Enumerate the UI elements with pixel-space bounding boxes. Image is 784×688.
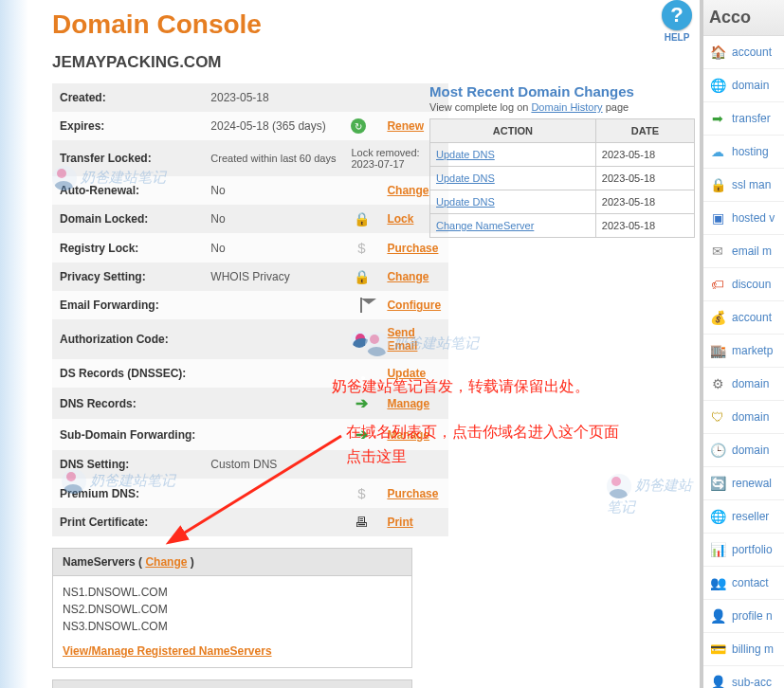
- change-action-link[interactable]: Update DNS: [436, 172, 495, 184]
- sidebar-item[interactable]: 🌐domain: [703, 69, 784, 102]
- info-value: 2023-05-18: [203, 83, 343, 112]
- recent-changes-table: ACTION DATE Update DNS2023-05-18Update D…: [429, 118, 695, 238]
- info-value: [203, 359, 343, 388]
- sidebar-item[interactable]: ▣hosted v: [703, 202, 784, 235]
- sidebar-item-label: sub-acc: [732, 676, 772, 688]
- sidebar-item[interactable]: 💳billing m: [703, 633, 784, 666]
- sidebar-item-label: domain: [732, 444, 769, 457]
- info-icon: ➔: [343, 388, 379, 419]
- info-value: No: [203, 176, 343, 205]
- info-action-link[interactable]: Renew: [387, 119, 424, 133]
- sidebar: Acco 🏠account🌐domain➡transfer☁hosting🔒ss…: [700, 0, 784, 688]
- info-value: [203, 319, 343, 359]
- sidebar-icon: 🏬: [709, 342, 726, 359]
- sidebar-item[interactable]: 🔄renewal: [703, 467, 784, 500]
- domain-name: JEMAYPACKING.COM: [52, 53, 695, 72]
- change-action-link[interactable]: Change NameServer: [436, 220, 534, 231]
- info-label: Email Forwarding:: [52, 291, 203, 319]
- domain-info-table: Created:2023-05-18Expires:2024-05-18 (36…: [52, 83, 448, 536]
- sidebar-icon: 🔄: [709, 475, 726, 492]
- info-value: No: [203, 233, 343, 263]
- sidebar-item[interactable]: 🌐reseller: [703, 500, 784, 534]
- info-row: Domain Locked:No🔒Lock: [52, 205, 448, 233]
- info-icon: [343, 83, 379, 112]
- info-icon: [343, 319, 379, 359]
- info-icon: ➔: [343, 419, 379, 450]
- sidebar-icon: 📊: [709, 541, 726, 558]
- page-title: Domain Console: [52, 9, 695, 40]
- info-action-link[interactable]: Print: [387, 516, 412, 529]
- sidebar-item[interactable]: 🏬marketp: [703, 335, 784, 368]
- info-row: Registry Lock:No$Purchase: [52, 233, 448, 263]
- sidebar-icon: 🕒: [709, 442, 726, 459]
- sidebar-icon: 👥: [709, 574, 726, 591]
- help-icon: ?: [662, 0, 692, 30]
- info-row: Created:2023-05-18: [52, 83, 448, 112]
- change-date: 2023-05-18: [595, 143, 694, 167]
- info-action-link[interactable]: Lock: [387, 212, 413, 226]
- sidebar-icon: 💳: [709, 641, 726, 658]
- sidebar-icon: ✉: [709, 243, 726, 260]
- sidebar-header: Acco: [703, 0, 784, 36]
- info-row: Print Certificate:🖶Print: [52, 508, 448, 536]
- sidebar-item[interactable]: ⚙domain: [703, 368, 784, 401]
- info-value: Created within last 60 days: [203, 140, 343, 176]
- sidebar-icon: 🏠: [709, 44, 726, 61]
- sidebar-item[interactable]: 👥contact: [703, 567, 784, 600]
- view-registered-ns-link[interactable]: View/Manage Registered NameServers: [63, 643, 402, 660]
- info-label: Authorization Code:: [52, 319, 203, 359]
- sidebar-item-label: domain: [732, 410, 769, 424]
- nameservers-panel: NameServers ( Change ) NS1.DNSOWL.COMNS2…: [52, 548, 412, 668]
- info-label: DNS Setting:: [52, 450, 203, 479]
- info-value: 2024-05-18 (365 days): [203, 112, 343, 140]
- sidebar-item[interactable]: ☁hosting: [703, 136, 784, 169]
- change-date: 2023-05-18: [595, 190, 694, 214]
- nameservers-change-link[interactable]: Change: [145, 555, 187, 569]
- recent-changes-title: Most Recent Domain Changes: [429, 83, 695, 100]
- sidebar-item[interactable]: 🔒ssl man: [703, 169, 784, 202]
- sidebar-item[interactable]: 💰account: [703, 301, 784, 335]
- nameserver-entry: NS3.DNSOWL.COM: [63, 618, 402, 635]
- domain-history-link[interactable]: Domain History: [531, 101, 602, 113]
- info-action-link[interactable]: Send Email: [387, 326, 417, 353]
- info-icon: 🔒: [343, 205, 379, 233]
- sidebar-item[interactable]: 🏠account: [703, 36, 784, 69]
- sidebar-item[interactable]: ✉email m: [703, 235, 784, 268]
- sidebar-item-label: transfer: [732, 112, 771, 125]
- domain-contacts-header: Domain Contacts ( Change ): [53, 680, 411, 688]
- info-row: Expires:2024-05-18 (365 days)↻Renew: [52, 112, 448, 140]
- sidebar-item[interactable]: 👤sub-acc: [703, 666, 784, 688]
- info-action-link[interactable]: Manage: [387, 397, 429, 410]
- help-badge[interactable]: ? HELP: [662, 0, 692, 43]
- sidebar-icon: 💰: [709, 309, 726, 326]
- info-label: Sub-Domain Forwarding:: [52, 419, 203, 450]
- sidebar-item[interactable]: ➡transfer: [703, 102, 784, 136]
- sidebar-item[interactable]: 👤profile n: [703, 600, 784, 633]
- info-icon: [343, 450, 379, 479]
- info-icon: $: [343, 233, 379, 263]
- info-action-link[interactable]: Change: [387, 184, 428, 197]
- sidebar-item-label: hosting: [732, 145, 769, 158]
- nameserver-entry: NS2.DNSOWL.COM: [63, 601, 402, 618]
- sidebar-icon: 🛡: [709, 408, 726, 425]
- left-gradient: [0, 0, 28, 688]
- table-row: Update DNS2023-05-18: [430, 167, 695, 190]
- sidebar-item-label: portfolio: [732, 543, 773, 556]
- change-date: 2023-05-18: [595, 167, 694, 190]
- info-label: Auto-Renewal:: [52, 176, 203, 205]
- sidebar-item-label: account: [732, 45, 772, 59]
- sidebar-item[interactable]: 🕒domain: [703, 434, 784, 467]
- change-action-link[interactable]: Update DNS: [436, 196, 495, 208]
- sidebar-item[interactable]: 📊portfolio: [703, 534, 784, 567]
- info-icon: [343, 176, 379, 205]
- info-action-link[interactable]: Manage: [387, 428, 429, 442]
- info-action-link[interactable]: Change: [387, 270, 428, 283]
- sidebar-item[interactable]: 🛡domain: [703, 401, 784, 434]
- change-action-link[interactable]: Update DNS: [436, 149, 495, 160]
- sidebar-item-label: marketp: [732, 344, 773, 357]
- info-action-link[interactable]: Update: [387, 367, 426, 380]
- sidebar-item[interactable]: 🏷discoun: [703, 268, 784, 301]
- sidebar-item-label: ssl man: [732, 178, 771, 191]
- info-label: Registry Lock:: [52, 233, 203, 263]
- nameserver-entry: NS1.DNSOWL.COM: [63, 584, 402, 601]
